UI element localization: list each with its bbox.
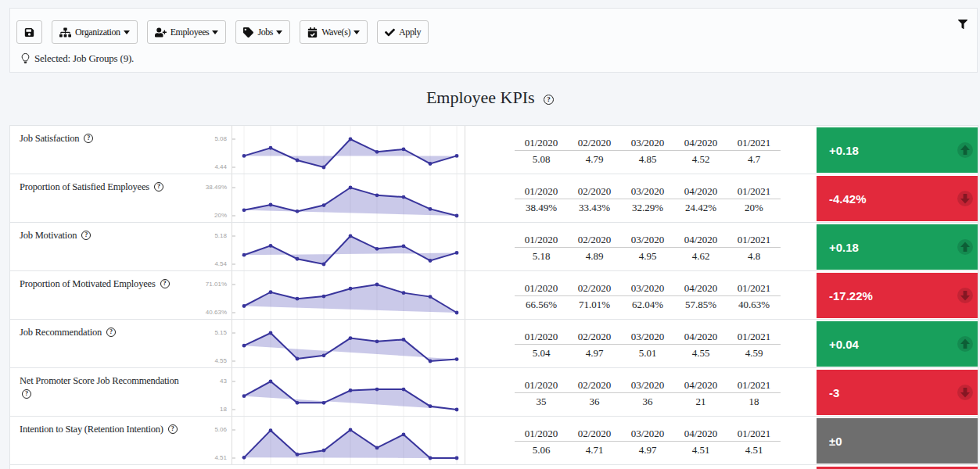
save-button[interactable] xyxy=(16,20,42,44)
wave-values: 5.184.894.954.624.8 xyxy=(515,250,781,263)
title-help-icon[interactable]: ? xyxy=(544,95,554,105)
wave-value: 4.62 xyxy=(674,250,727,263)
kpi-label: Net Promoter Score Job Recommendation ? xyxy=(20,374,185,401)
wave-value: 21 xyxy=(674,396,727,408)
filter-panel: OrganizationEmployeesJobsWave(s)Apply Se… xyxy=(9,8,978,73)
wave-date: 02/2020 xyxy=(568,282,621,295)
axis-max: 38.49% xyxy=(206,184,227,191)
kpi-row: Job Motivation ?5.184.5401/202002/202003… xyxy=(10,223,978,271)
kpi-delta-value: ±0 xyxy=(829,435,842,448)
sparkline-chart xyxy=(232,126,465,174)
kpi-help-icon[interactable]: ? xyxy=(106,328,116,337)
wave-value: 71.01% xyxy=(568,299,621,311)
kpi-help-icon[interactable]: ? xyxy=(154,182,163,192)
sparkline-chart xyxy=(232,417,465,464)
wave-date: 02/2020 xyxy=(568,428,621,440)
wave-date: 04/2020 xyxy=(674,331,727,343)
kpi-delta-value: +0.04 xyxy=(829,338,859,351)
wave-value: 35 xyxy=(515,396,568,408)
wave-value: 5.06 xyxy=(515,444,568,456)
wave-date: 02/2020 xyxy=(568,234,621,246)
kpi-sparkline xyxy=(232,271,465,319)
wave-value: 4.51 xyxy=(727,444,781,456)
wave-value: 36 xyxy=(621,396,674,408)
sparkline-chart xyxy=(232,320,465,367)
axis-ticks: 38.49%20% xyxy=(174,174,230,222)
wave-date: 01/2020 xyxy=(515,185,568,198)
wave-value: 5.08 xyxy=(515,153,568,166)
kpi-label: Job Motivation ? xyxy=(20,229,185,242)
kpi-label-text: Proportion of Motivated Employees xyxy=(20,278,156,289)
kpi-delta-badge: -3 xyxy=(817,370,978,415)
wave-header: 01/202002/202003/202004/202001/2021 xyxy=(515,379,781,392)
wave-value: 4.95 xyxy=(621,250,674,263)
waves-dropdown[interactable]: Wave(s) xyxy=(300,20,368,44)
kpi-help-icon[interactable]: ? xyxy=(81,231,91,240)
jobs-dropdown[interactable]: Jobs xyxy=(235,20,290,44)
selection-summary-text: Selected: Job Groups (9). xyxy=(34,52,134,65)
page-title-text: Employee KPIs xyxy=(426,88,535,107)
axis-ticks: 71.01%40.63% xyxy=(174,271,230,319)
kpi-delta-value: +0.18 xyxy=(829,144,859,157)
wave-value: 5.18 xyxy=(515,250,568,263)
wave-date: 02/2020 xyxy=(568,331,621,343)
kpi-help-icon[interactable]: ? xyxy=(160,279,170,288)
wave-value: 4.55 xyxy=(674,347,727,360)
kpi-delta-badge: -17.22% xyxy=(817,273,978,318)
kpi-label-text: Net Promoter Score Job Recommendation xyxy=(20,375,179,386)
trend-down-icon xyxy=(957,384,974,401)
wave-date: 01/2020 xyxy=(515,331,568,343)
wave-date: 03/2020 xyxy=(621,282,674,295)
kpi-row: Proportion of Satisfied Employees ?38.49… xyxy=(10,174,978,223)
kpi-row: Job Satisfaction ?5.084.4401/202002/2020… xyxy=(10,126,978,174)
wave-value: 24.42% xyxy=(674,202,727,214)
wave-value: 4.97 xyxy=(621,444,674,456)
employees-dropdown[interactable]: Employees xyxy=(147,20,227,44)
wave-value: 32.29% xyxy=(621,202,674,214)
kpi-delta-badge: +0.04 xyxy=(817,321,978,367)
wave-value: 4.8 xyxy=(727,250,781,263)
wave-date: 01/2021 xyxy=(727,379,781,392)
kpi-row: Job Recommendation ?5.154.5501/202002/20… xyxy=(10,320,978,368)
sitemap-icon xyxy=(59,27,71,38)
axis-ticks: 4318 xyxy=(174,368,230,416)
wave-date: 04/2020 xyxy=(674,282,727,295)
filter-icon[interactable] xyxy=(958,18,967,32)
kpi-row: Intention to Stay (Retention Intention) … xyxy=(10,417,978,465)
axis-max: 5.15 xyxy=(214,329,227,336)
wave-date: 03/2020 xyxy=(621,234,674,246)
kpi-delta-value: +0.18 xyxy=(829,241,859,254)
axis-max: 5.08 xyxy=(214,135,227,142)
tag-icon xyxy=(243,27,253,38)
caret-down-icon xyxy=(124,30,130,34)
axis-ticks: 5.064.51 xyxy=(174,417,230,464)
organization-dropdown[interactable]: Organization xyxy=(52,20,138,44)
check-icon xyxy=(385,27,395,38)
axis-ticks: 5.154.55 xyxy=(174,320,230,367)
wave-separator xyxy=(515,441,781,442)
button-label: Apply xyxy=(399,27,421,38)
wave-values: 5.084.794.854.524.7 xyxy=(515,153,781,166)
apply-button[interactable]: Apply xyxy=(377,20,429,44)
kpi-help-icon[interactable]: ? xyxy=(22,389,31,399)
wave-date: 04/2020 xyxy=(674,137,727,149)
axis-min: 4.54 xyxy=(214,260,227,267)
wave-value: 4.7 xyxy=(727,153,781,166)
wave-values: 5.044.975.014.554.59 xyxy=(515,347,781,360)
sparkline-chart xyxy=(232,174,465,222)
lightbulb-icon xyxy=(21,53,30,64)
wave-value: 18 xyxy=(727,396,781,408)
wave-date: 01/2020 xyxy=(515,428,568,440)
trend-up-icon xyxy=(957,141,974,159)
page-title: Employee KPIs ? xyxy=(0,88,980,108)
wave-value: 5.01 xyxy=(621,347,674,360)
wave-date: 04/2020 xyxy=(674,379,727,392)
wave-value: 4.71 xyxy=(568,444,621,456)
axis-ticks: 5.084.44 xyxy=(174,126,230,174)
wave-date: 01/2020 xyxy=(515,379,568,392)
wave-date: 04/2020 xyxy=(674,428,727,440)
kpi-help-icon[interactable]: ? xyxy=(84,134,93,143)
axis-max: 5.06 xyxy=(214,426,227,433)
wave-date: 04/2020 xyxy=(674,234,727,246)
wave-header: 01/202002/202003/202004/202001/2021 xyxy=(515,137,781,149)
